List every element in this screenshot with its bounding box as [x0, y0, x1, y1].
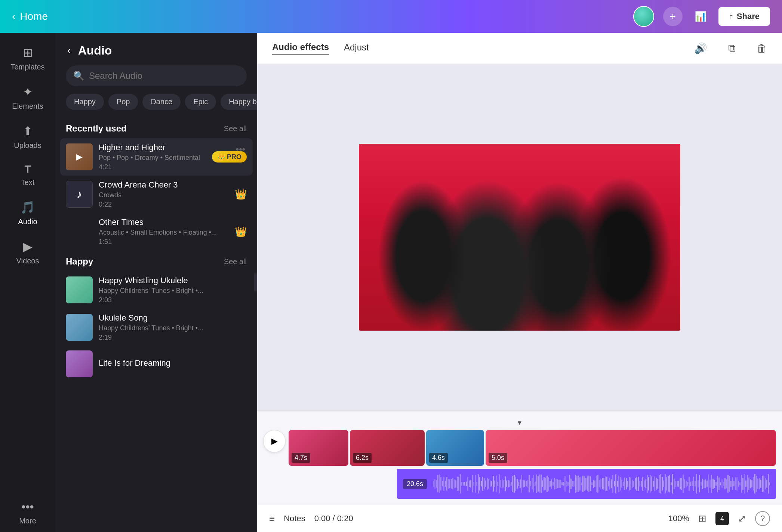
notes-label[interactable]: Notes — [284, 514, 305, 523]
uploads-icon: ⬆ — [23, 124, 33, 138]
help-button[interactable]: ? — [755, 511, 770, 526]
audio-time-other: 1:51 — [99, 238, 229, 246]
collapse-panel-button[interactable]: ‹ — [254, 273, 257, 291]
grid-view-icon[interactable]: ⊞ — [698, 513, 706, 525]
share-button[interactable]: ↑ Share — [718, 7, 770, 26]
share-icon: ↑ — [729, 12, 733, 21]
uploads-label: Uploads — [14, 141, 41, 150]
audio-info-life: Life Is for Dreaming — [99, 358, 247, 369]
audio-item-other[interactable]: Other Times Acoustic • Small Emotions • … — [60, 213, 253, 250]
genre-chip-epic[interactable]: Epic — [185, 94, 216, 110]
genre-chip-dance[interactable]: Dance — [142, 94, 181, 110]
audio-thumb-crowd: ♪ — [66, 181, 93, 208]
tab-audio-effects[interactable]: Audio effects — [272, 42, 329, 55]
genre-chip-happy[interactable]: Happy — [66, 94, 104, 110]
add-button[interactable]: + — [663, 7, 683, 26]
more-icon: ••• — [21, 500, 34, 514]
audio-info-higher: Higher and Higher Pop • Pop • Dreamy • S… — [99, 143, 206, 171]
elements-label: Elements — [12, 102, 43, 111]
recently-used-title: Recently used — [66, 123, 127, 134]
tab-adjust[interactable]: Adjust — [344, 42, 369, 54]
audio-info-crowd: Crowd Arena Cheer 3 Crowds 0:22 — [99, 180, 229, 208]
waveform-bars — [433, 473, 770, 495]
topbar: ‹ Home + 📊 ↑ Share — [0, 0, 782, 33]
happy-section-title: Happy — [66, 256, 93, 267]
genre-chip-pop[interactable]: Pop — [108, 94, 138, 110]
crown-badge-crowd: 👑 — [235, 189, 247, 200]
home-button[interactable]: ‹ Home — [12, 10, 48, 22]
video-preview — [257, 64, 782, 410]
audio-item-life[interactable]: Life Is for Dreaming — [60, 346, 253, 382]
audio-time-higher: 4:21 — [99, 163, 206, 171]
timeline-clips: 4.7s 6.2s 4.6s 5.0s — [289, 430, 776, 466]
avatar[interactable] — [633, 6, 654, 27]
share-label: Share — [737, 12, 760, 21]
volume-icon[interactable]: 🔊 — [694, 42, 707, 55]
bottom-bar: ≡ Notes 0:00 / 0:20 100% ⊞ 4 ⤢ ? — [257, 505, 782, 532]
expand-icon[interactable]: ⤢ — [738, 513, 746, 525]
sidebar-item-uploads[interactable]: ⬆ Uploads — [0, 117, 55, 157]
timeline-clip-4[interactable]: 5.0s — [486, 430, 776, 466]
clip-duration-4: 5.0s — [489, 453, 507, 463]
audio-meta-higher: Pop • Pop • Dreamy • Sentimental — [99, 154, 206, 162]
timeline-clip-3[interactable]: 4.6s — [426, 430, 484, 466]
audio-info-other: Other Times Acoustic • Small Emotions • … — [99, 217, 229, 246]
timeline-clip-1[interactable]: 4.7s — [289, 430, 348, 466]
crown-badge-other: 👑 — [235, 226, 247, 238]
topbar-right: + 📊 ↑ Share — [633, 6, 770, 27]
genre-chip-happyb[interactable]: Happy b — [221, 94, 257, 110]
back-button[interactable]: ‹ — [66, 43, 72, 58]
more-button-higher[interactable]: ••• — [233, 143, 248, 156]
audio-name-higher: Higher and Higher — [99, 143, 206, 152]
audio-name-life: Life Is for Dreaming — [99, 358, 247, 368]
audio-thumb-higher: ▶ — [66, 143, 93, 170]
search-input[interactable] — [89, 71, 239, 81]
audio-item-ukulele-song[interactable]: Ukulele Song Happy Childrens' Tunes • Br… — [60, 309, 253, 346]
crown-icon-higher: 👑 — [217, 153, 225, 161]
audio-panel: ‹ Audio 🔍 Happy Pop Dance Epic Happy b ›… — [55, 33, 257, 532]
timecode: 0:00 / 0:20 — [314, 514, 353, 523]
analytics-icon[interactable]: 📊 — [692, 8, 709, 25]
sidebar-item-elements[interactable]: ✦ Elements — [0, 78, 55, 117]
audio-item-ukulele[interactable]: Happy Whistling Ukulele Happy Childrens'… — [60, 271, 253, 309]
genre-chips: Happy Pop Dance Epic Happy b › — [55, 94, 257, 117]
elements-icon: ✦ — [23, 85, 33, 99]
audio-item-crowd[interactable]: ♪ Crowd Arena Cheer 3 Crowds 0:22 👑 — [60, 176, 253, 213]
audio-name-ukulele: Happy Whistling Ukulele — [99, 276, 247, 285]
happy-see-all[interactable]: See all — [224, 257, 247, 266]
sidebar-item-more[interactable]: ••• More — [0, 493, 55, 532]
waveform-track[interactable]: 20.6s — [397, 469, 776, 499]
people-background — [359, 144, 680, 331]
audio-thumb-other — [66, 218, 93, 245]
templates-icon: ⊞ — [23, 46, 33, 60]
audio-meta-crowd: Crowds — [99, 191, 229, 199]
audio-meta-ukulele-song: Happy Childrens' Tunes • Bright •... — [99, 324, 247, 332]
audio-thumb-ukulele — [66, 276, 93, 303]
video-frame — [359, 144, 680, 331]
audio-time-ukulele: 2:03 — [99, 296, 247, 304]
recently-used-see-all[interactable]: See all — [224, 124, 247, 133]
video-image — [359, 144, 680, 331]
sidebar-item-templates[interactable]: ⊞ Templates — [0, 39, 55, 78]
audio-thumb-ukulele-song — [66, 314, 93, 341]
search-icon: 🔍 — [73, 71, 84, 81]
timeline-clip-2[interactable]: 6.2s — [350, 430, 425, 466]
audio-time-ukulele-song: 2:19 — [99, 334, 247, 341]
clip-duration-2: 6.2s — [353, 453, 372, 463]
audio-meta-other: Acoustic • Small Emotions • Floating •..… — [99, 229, 229, 236]
delete-icon[interactable]: 🗑 — [757, 42, 767, 55]
templates-label: Templates — [10, 63, 44, 71]
audio-scroll: Recently used See all ▶ Higher and Highe… — [55, 117, 257, 532]
sidebar-item-videos[interactable]: ▶ Videos — [0, 233, 55, 272]
audio-panel-title: Audio — [78, 44, 112, 58]
audio-item-higher[interactable]: ▶ Higher and Higher Pop • Pop • Dreamy •… — [60, 138, 253, 176]
sidebar-item-text[interactable]: T Text — [0, 157, 55, 194]
clip-duration-3: 4.6s — [429, 453, 448, 463]
home-label: Home — [20, 10, 48, 22]
duplicate-icon[interactable]: ⧉ — [728, 42, 736, 55]
sidebar-item-audio[interactable]: 🎵 Audio — [0, 194, 55, 233]
audio-header: ‹ Audio — [55, 33, 257, 65]
audio-name-crowd: Crowd Arena Cheer 3 — [99, 180, 229, 190]
drop-indicator: ▾ — [257, 418, 782, 430]
timeline-play-button[interactable]: ▶ — [263, 430, 286, 452]
